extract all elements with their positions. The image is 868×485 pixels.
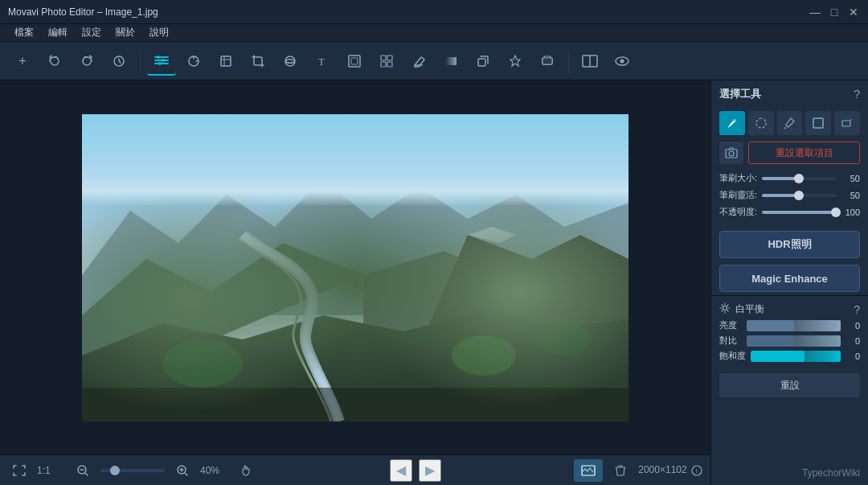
svg-point-40 [536, 323, 592, 356]
text-button[interactable]: T [308, 47, 337, 76]
svg-rect-15 [381, 62, 386, 67]
rect-select-button[interactable] [805, 111, 831, 135]
panel-header: 選擇工具 ? [711, 80, 868, 108]
brush-hardness-slider[interactable] [762, 194, 836, 197]
redo-button[interactable] [72, 47, 101, 76]
brush-hardness-row: 筆刷靈活: 50 [719, 189, 860, 201]
reset-row: 重設選取項目 [711, 138, 868, 167]
menubar: 檔案 編輯 設定 關於 說明 [0, 24, 868, 42]
panel-help-button[interactable]: ? [854, 88, 860, 101]
toolbar-divider-2 [568, 49, 569, 73]
prev-image-button[interactable]: ◀ [390, 459, 412, 482]
svg-marker-41 [468, 227, 516, 243]
svg-rect-16 [387, 62, 392, 67]
magic-enhance-button[interactable]: Magic Enhance [719, 265, 860, 292]
pin-button[interactable] [501, 47, 530, 76]
photo-svg [82, 114, 628, 421]
image-dimensions: 2000×1102 i [638, 464, 702, 476]
zoom-percent: 40% [200, 465, 228, 476]
transform-button[interactable] [211, 47, 240, 76]
hand-tool-button[interactable] [235, 459, 257, 482]
svg-point-38 [162, 339, 243, 388]
status-bar: 1:1 40% ◀ ▶ 200 [0, 454, 710, 485]
saturation-slider[interactable] [751, 351, 841, 362]
brightness-label: 亮度 [719, 319, 742, 331]
toolbar-divider-1 [140, 49, 141, 73]
titlebar: Movavi Photo Editor – Image_1.jpg — □ ✕ [0, 0, 868, 24]
reset-bottom-button[interactable]: 重設 [719, 373, 860, 397]
svg-marker-37 [82, 311, 628, 421]
svg-rect-22 [542, 58, 552, 64]
minimize-button[interactable]: — [809, 6, 821, 18]
rotate-button[interactable] [179, 47, 208, 76]
zoom-slider[interactable] [100, 469, 165, 472]
svg-rect-18 [445, 57, 457, 65]
zoom-out-button[interactable] [72, 459, 94, 482]
opacity-label: 不透明度: [719, 206, 757, 218]
contrast-slider[interactable] [747, 335, 841, 347]
filter-button[interactable] [147, 47, 176, 76]
eye-button[interactable] [608, 47, 637, 76]
brightness-value: 0 [845, 321, 860, 331]
svg-point-26 [620, 59, 624, 63]
menu-help[interactable]: 說明 [143, 24, 175, 41]
delete-button[interactable] [609, 459, 632, 482]
undo-button[interactable] [40, 47, 69, 76]
wb-header: 白平衡 ? [711, 299, 868, 319]
close-button[interactable]: ✕ [847, 6, 860, 18]
split-view-button[interactable] [575, 47, 604, 76]
crop-button[interactable] [244, 47, 272, 76]
camera-icon-button[interactable] [719, 142, 743, 164]
svg-rect-8 [221, 56, 231, 66]
reset-selection-button[interactable]: 重設選取項目 [748, 142, 860, 164]
svg-point-48 [733, 119, 736, 122]
sliders-section: 筆刷大小: 50 筆刷靈活: 50 不透明度: [711, 167, 868, 228]
wb-title: 白平衡 [735, 302, 849, 316]
watermark-text: TypechorWiki [802, 467, 860, 479]
brush-hardness-label: 筆刷靈活: [719, 189, 757, 201]
image-view-button[interactable] [574, 459, 603, 482]
eraser-button[interactable] [404, 47, 433, 76]
eyedropper-button[interactable] [777, 111, 803, 135]
zoom-in-button[interactable] [171, 459, 194, 482]
opacity-slider[interactable] [762, 211, 836, 214]
add-button[interactable]: + [8, 47, 37, 76]
frame-button[interactable] [340, 47, 369, 76]
menu-settings[interactable]: 設定 [76, 24, 108, 41]
erase-select-button[interactable] [834, 111, 860, 135]
canvas-area: 1:1 40% ◀ ▶ 200 [0, 80, 710, 485]
right-panel: 選擇工具 ? 重設選 [710, 80, 868, 485]
menu-edit[interactable]: 編輯 [42, 24, 74, 41]
photo-canvas[interactable] [82, 114, 628, 421]
mosaic-button[interactable] [372, 47, 401, 76]
maximize-button[interactable]: □ [828, 6, 841, 18]
brightness-slider[interactable] [747, 320, 841, 331]
fit-to-screen-button[interactable] [8, 459, 31, 482]
svg-rect-19 [478, 59, 485, 66]
svg-marker-35 [363, 243, 628, 372]
svg-rect-14 [387, 55, 392, 60]
clone-button[interactable] [469, 47, 497, 76]
brush-select-button[interactable] [719, 111, 745, 135]
svg-marker-33 [82, 179, 628, 315]
lasso-select-button[interactable] [748, 111, 774, 135]
menu-file[interactable]: 檔案 [8, 24, 40, 41]
brightness-row: 亮度 0 [711, 319, 868, 331]
saturation-value: 0 [845, 351, 860, 361]
next-image-button[interactable]: ▶ [419, 459, 441, 482]
svg-point-31 [468, 152, 580, 181]
wb-help-button[interactable]: ? [854, 303, 860, 316]
history-button[interactable] [104, 47, 133, 76]
warp-button[interactable] [276, 47, 305, 76]
svg-rect-13 [381, 55, 386, 60]
hdr-button[interactable]: HDR照明 [719, 231, 860, 258]
svg-point-9 [285, 56, 295, 66]
menu-about[interactable]: 關於 [109, 24, 141, 41]
opacity-value: 100 [841, 208, 860, 217]
gradient-button[interactable] [436, 47, 465, 76]
image-container[interactable] [0, 80, 710, 454]
svg-point-53 [723, 306, 727, 310]
layers-button[interactable] [533, 47, 562, 76]
saturation-label: 飽和度 [719, 350, 746, 362]
brush-size-slider[interactable] [762, 177, 836, 180]
